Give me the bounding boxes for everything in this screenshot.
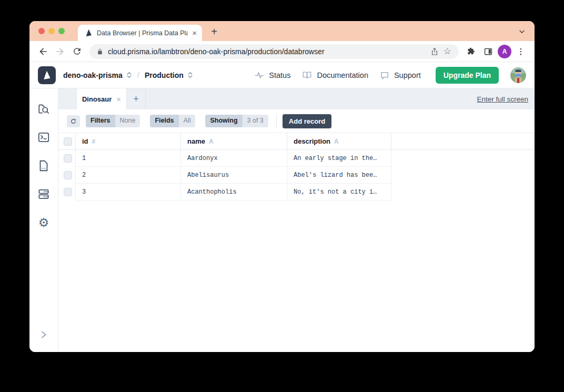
nav-label: Support xyxy=(394,71,421,79)
cell-name[interactable]: Abelisaurus xyxy=(181,167,287,184)
select-all-checkbox[interactable] xyxy=(64,137,72,146)
tab-search-chevron-icon[interactable] xyxy=(518,28,526,37)
row-checkbox[interactable] xyxy=(64,188,72,196)
nav-label: Documentation xyxy=(317,71,368,79)
table-row: 2 Abelisaurus Abel's lizard has bee… xyxy=(58,167,535,184)
gear-icon: ⚙ xyxy=(38,217,49,229)
back-button[interactable] xyxy=(36,44,51,59)
nav-support[interactable]: Support xyxy=(380,71,421,80)
model-tab-bar: Dinosaur × + Enter full screen xyxy=(58,88,535,109)
cell-description[interactable]: Abel's lizard has bee… xyxy=(287,167,391,184)
extensions-puzzle-icon[interactable] xyxy=(464,44,479,59)
nav-status[interactable]: Status xyxy=(255,71,290,80)
activity-icon xyxy=(255,71,264,80)
string-type-icon: A xyxy=(209,138,214,145)
window-controls xyxy=(38,28,65,34)
browser-menu-kebab-icon[interactable]: ⋮ xyxy=(513,44,528,59)
toolbar-divider xyxy=(276,114,277,128)
schema-icon[interactable] xyxy=(37,159,51,173)
int-type-icon: # xyxy=(92,138,96,145)
new-tab-button[interactable]: + xyxy=(207,25,221,38)
zoom-window-button[interactable] xyxy=(58,28,65,34)
showing-indicator: Showing 3 of 3 xyxy=(205,115,268,127)
address-bar[interactable]: cloud.prisma.io/lambtron/deno-oak-prisma… xyxy=(89,44,459,59)
showing-value: 3 of 3 xyxy=(243,115,268,127)
data-grid: id # name A description A 1 Aardony xyxy=(58,133,535,200)
browser-tab-strip: Data Browser | Prisma Data Pla × + xyxy=(29,21,535,41)
side-panel-icon[interactable] xyxy=(481,44,496,59)
string-type-icon: A xyxy=(334,138,339,145)
table-row: 1 Aardonyx An early stage in the… xyxy=(58,150,535,167)
environment-name: Production xyxy=(145,71,184,79)
tab-close-icon[interactable]: × xyxy=(192,29,197,37)
filters-label: Filters xyxy=(86,115,115,127)
lock-icon xyxy=(97,48,103,55)
prisma-logo-icon xyxy=(38,66,56,84)
user-avatar[interactable] xyxy=(510,67,526,83)
settings-icon[interactable]: ⚙ xyxy=(37,216,51,229)
column-header-id[interactable]: id # xyxy=(75,133,181,149)
databases-icon[interactable] xyxy=(37,187,51,201)
column-header-description[interactable]: description A xyxy=(287,133,391,149)
fields-label: Fields xyxy=(150,115,178,127)
app-header: deno-oak-prisma / Production Status Docu… xyxy=(29,62,535,88)
project-name: deno-oak-prisma xyxy=(63,71,123,79)
filters-value: None xyxy=(115,115,140,127)
book-icon xyxy=(302,71,312,80)
url-text: cloud.prisma.io/lambtron/deno-oak-prisma… xyxy=(108,47,426,56)
add-model-tab-button[interactable]: + xyxy=(127,88,146,109)
showing-label: Showing xyxy=(205,115,242,127)
table-header-row: id # name A description A xyxy=(58,133,535,150)
cell-id[interactable]: 3 xyxy=(75,184,181,200)
environment-selector[interactable]: Production xyxy=(145,71,193,79)
browser-toolbar: cloud.prisma.io/lambtron/deno-oak-prisma… xyxy=(29,41,535,62)
reload-button[interactable] xyxy=(69,44,84,59)
fields-control[interactable]: Fields All xyxy=(150,115,195,127)
close-window-button[interactable] xyxy=(38,28,45,34)
enter-full-screen-link[interactable]: Enter full screen xyxy=(477,95,528,103)
model-tab-close-icon[interactable]: × xyxy=(116,95,121,103)
minimize-window-button[interactable] xyxy=(48,28,55,34)
cell-description[interactable]: An early stage in the… xyxy=(287,150,391,167)
table-row: 3 Acanthopholis No, it's not a city i… xyxy=(58,184,535,200)
cell-id[interactable]: 2 xyxy=(75,167,181,184)
bookmark-star-icon[interactable]: ☆ xyxy=(444,47,451,56)
breadcrumb-separator: / xyxy=(137,71,139,79)
filters-control[interactable]: Filters None xyxy=(86,115,140,127)
upgrade-plan-button[interactable]: Upgrade Plan xyxy=(436,67,499,84)
refresh-icon xyxy=(70,118,77,125)
row-checkbox[interactable] xyxy=(64,171,72,179)
prisma-favicon-icon xyxy=(85,29,93,37)
chrome-profile-avatar[interactable]: A xyxy=(498,45,511,58)
row-checkbox[interactable] xyxy=(64,154,72,163)
sidebar-expand-chevron-icon[interactable] xyxy=(37,328,51,341)
project-selector[interactable]: deno-oak-prisma xyxy=(63,71,132,79)
model-tab-label: Dinosaur xyxy=(82,95,112,103)
refresh-button[interactable] xyxy=(67,115,80,127)
fields-value: All xyxy=(179,115,196,127)
add-record-button[interactable]: Add record xyxy=(283,114,331,128)
forward-button[interactable] xyxy=(53,44,67,59)
browser-tab[interactable]: Data Browser | Prisma Data Pla × xyxy=(78,25,202,41)
query-console-icon[interactable] xyxy=(37,130,51,144)
cell-name[interactable]: Aardonyx xyxy=(181,150,287,167)
nav-label: Status xyxy=(269,71,290,79)
nav-documentation[interactable]: Documentation xyxy=(302,71,368,80)
cell-description[interactable]: No, it's not a city i… xyxy=(287,184,391,200)
app-sidebar: ⚙ xyxy=(29,88,58,352)
chat-icon xyxy=(380,71,389,80)
cell-id[interactable]: 1 xyxy=(75,150,181,167)
updown-chevron-icon xyxy=(187,72,193,78)
browser-tab-title: Data Browser | Prisma Data Pla xyxy=(97,29,188,37)
cell-name[interactable]: Acanthopholis xyxy=(181,184,287,200)
browser-window: Data Browser | Prisma Data Pla × + cloud… xyxy=(29,21,535,352)
data-toolbar: Filters None Fields All Showing 3 of 3 A… xyxy=(58,109,535,133)
model-tab-dinosaur[interactable]: Dinosaur × xyxy=(76,88,127,109)
data-browser-icon[interactable] xyxy=(37,102,51,116)
share-icon[interactable] xyxy=(430,47,439,56)
updown-chevron-icon xyxy=(126,72,132,78)
column-header-name[interactable]: name A xyxy=(181,133,287,149)
